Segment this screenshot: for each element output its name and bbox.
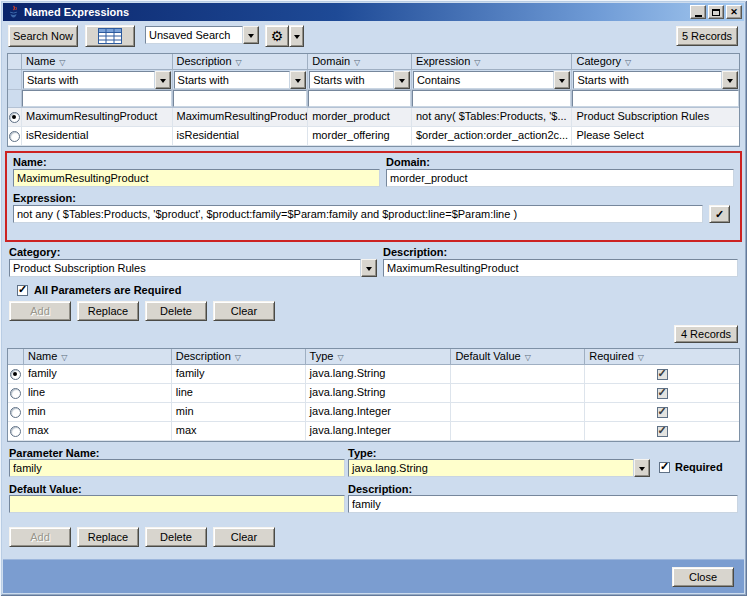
chevron-down-icon[interactable] (554, 71, 570, 89)
chevron-down-icon[interactable] (361, 259, 377, 277)
cell-domain: morder_offering (308, 127, 412, 146)
filter-input-spacer (8, 90, 22, 108)
search-results-table: Name Description Domain Expression Categ… (7, 53, 740, 147)
checkbox-icon[interactable] (17, 285, 28, 296)
window-title: Named Expressions (24, 6, 688, 18)
chevron-down-icon[interactable] (634, 459, 650, 477)
close-button[interactable]: Close (672, 567, 734, 587)
close-window-button[interactable]: ✕ (726, 5, 742, 19)
parameter-name-field[interactable] (9, 459, 345, 477)
minimize-button[interactable] (690, 5, 706, 19)
cell-name: min (24, 403, 172, 422)
filter-combo-description[interactable]: Starts with (174, 71, 307, 89)
chevron-down-icon[interactable] (290, 71, 306, 89)
add-parameter-button[interactable]: Add (9, 527, 71, 547)
name-field[interactable] (13, 169, 380, 187)
titlebar: Named Expressions ✕ (3, 3, 744, 21)
chevron-down-icon[interactable] (394, 71, 410, 89)
parameter-row[interactable]: family family java.lang.String (8, 365, 739, 384)
filter-input-category[interactable] (572, 90, 739, 107)
description-field[interactable] (383, 259, 738, 277)
cell-expression: not any( $Tables:Products, '$... (412, 108, 573, 127)
filter-icon (470, 55, 480, 67)
column-header-type[interactable]: Type (306, 349, 452, 365)
row-radio[interactable] (10, 388, 21, 399)
filter-combo-category[interactable]: Starts with (573, 71, 738, 89)
cell-name: max (24, 422, 172, 441)
column-header-domain[interactable]: Domain (308, 54, 412, 70)
category-label: Category: (9, 246, 60, 258)
column-header-category[interactable]: Category (572, 54, 739, 70)
replace-parameter-button[interactable]: Replace (77, 527, 139, 547)
parameter-row[interactable]: min min java.lang.Integer (8, 403, 739, 422)
category-combo[interactable]: Product Subscription Rules (9, 259, 377, 277)
saved-search-combo[interactable]: Unsaved Search (145, 26, 259, 44)
filter-input-domain[interactable] (308, 90, 411, 107)
check-icon: ✓ (715, 208, 724, 221)
clear-button[interactable]: Clear (213, 301, 275, 321)
type-combo[interactable]: java.lang.String (348, 459, 650, 477)
column-header-description[interactable]: Description (172, 349, 306, 365)
table-row[interactable]: isResidential isResidential morder_offer… (8, 127, 739, 146)
parameter-row[interactable]: max max java.lang.Integer (8, 422, 739, 441)
filter-icon (231, 350, 241, 362)
column-header-name[interactable]: Name (24, 349, 172, 365)
parameter-description-label: Description: (348, 483, 412, 495)
expression-field[interactable] (13, 205, 703, 223)
replace-button[interactable]: Replace (77, 301, 139, 321)
add-button[interactable]: Add (9, 301, 71, 321)
header-row: Name Description Domain Expression Categ… (8, 54, 739, 70)
default-value-field[interactable] (9, 495, 345, 513)
cell-description: isResidential (173, 127, 309, 146)
settings-button[interactable]: ⚙ (265, 25, 289, 47)
filter-input-row (8, 90, 739, 108)
column-header-description[interactable]: Description (173, 54, 309, 70)
filter-input-name[interactable] (22, 90, 172, 107)
filter-combo-name[interactable]: Starts with (23, 71, 171, 89)
domain-field[interactable] (386, 169, 734, 187)
parameter-row[interactable]: line line java.lang.String (8, 384, 739, 403)
row-radio[interactable] (9, 112, 20, 123)
column-header-name[interactable]: Name (22, 54, 173, 70)
filter-icon (621, 55, 631, 67)
required-checkbox (657, 369, 668, 380)
chevron-down-icon[interactable] (155, 71, 171, 89)
delete-parameter-button[interactable]: Delete (145, 527, 207, 547)
cell-default-value (451, 403, 585, 422)
chevron-down-icon (294, 35, 300, 42)
restore-button[interactable] (708, 5, 724, 19)
parameter-records-count-button[interactable]: 4 Records (674, 325, 738, 343)
column-header-required[interactable]: Required (585, 349, 739, 365)
column-header-expression[interactable]: Expression (412, 54, 573, 70)
all-parameters-required-checkbox[interactable]: All Parameters are Required (17, 284, 181, 296)
records-count-button[interactable]: 5 Records (676, 26, 738, 46)
expression-detail-section: Name: Domain: Expression: ✓ (5, 151, 742, 242)
cell-default-value (451, 365, 585, 384)
row-radio[interactable] (10, 426, 21, 437)
cell-type: java.lang.String (306, 365, 452, 384)
saved-search-dropdown-button[interactable] (243, 26, 259, 44)
chevron-down-icon (248, 34, 254, 41)
clear-parameter-button[interactable]: Clear (213, 527, 275, 547)
required-checkbox[interactable] (659, 462, 670, 473)
chevron-down-icon[interactable] (722, 71, 738, 89)
validate-expression-button[interactable]: ✓ (709, 205, 730, 223)
row-radio[interactable] (9, 131, 20, 142)
column-header-default-value[interactable]: Default Value (451, 349, 585, 365)
search-now-button[interactable]: Search Now (8, 25, 78, 47)
cell-name: line (24, 384, 172, 403)
filter-input-description[interactable] (173, 90, 308, 107)
table-row[interactable]: MaximumResultingProduct MaximumResulting… (8, 108, 739, 127)
filter-combo-domain[interactable]: Starts with (309, 71, 410, 89)
filter-combo-expression[interactable]: Contains (413, 71, 571, 89)
required-checkbox-group[interactable]: Required (659, 461, 723, 473)
delete-button[interactable]: Delete (145, 301, 207, 321)
row-radio[interactable] (10, 369, 21, 380)
toolbar: Search Now Unsaved Search ⚙ 5 Records (3, 21, 744, 52)
settings-dropdown-button[interactable] (289, 25, 304, 47)
row-radio[interactable] (10, 407, 21, 418)
filter-input-expression[interactable] (412, 90, 572, 107)
filter-icon (232, 55, 242, 67)
parameter-description-field[interactable] (348, 495, 738, 513)
results-grid-button[interactable] (85, 25, 135, 47)
